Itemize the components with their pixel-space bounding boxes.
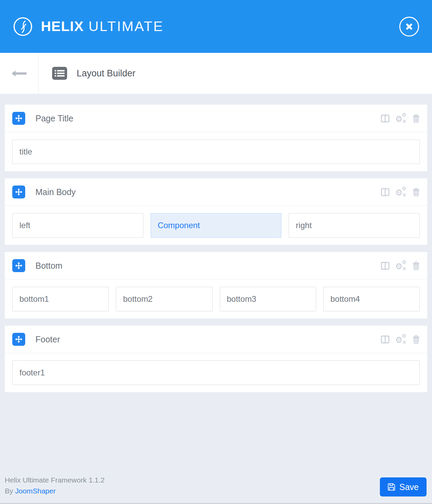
brand-title: HELIX ULTIMATE bbox=[41, 18, 164, 34]
section-actions: ⚙⚙⚙ bbox=[381, 261, 420, 271]
joomshaper-link[interactable]: JoomShaper bbox=[15, 487, 56, 495]
brand-bold: HELIX bbox=[41, 18, 84, 34]
column-box-right[interactable]: right bbox=[289, 213, 420, 238]
cogs-icon: ⚙⚙⚙ bbox=[395, 187, 407, 197]
close-icon bbox=[404, 22, 414, 31]
columns-icon bbox=[381, 188, 389, 196]
column-box-left[interactable]: left bbox=[12, 213, 143, 238]
floppy-disk-icon bbox=[388, 483, 395, 491]
close-button[interactable] bbox=[399, 17, 419, 36]
delete-button[interactable] bbox=[413, 262, 420, 270]
settings-button[interactable]: ⚙⚙⚙ bbox=[395, 261, 407, 271]
settings-button[interactable]: ⚙⚙⚙ bbox=[395, 187, 407, 197]
column-box-component[interactable]: Component bbox=[151, 213, 282, 238]
move-icon bbox=[15, 336, 22, 343]
brand-light: ULTIMATE bbox=[89, 18, 164, 34]
columns-icon bbox=[381, 115, 389, 122]
save-button[interactable]: Save bbox=[380, 477, 427, 496]
list-panel-icon bbox=[52, 67, 67, 80]
framework-version: Helix Ultimate Framework 1.1.2 bbox=[5, 475, 105, 486]
by-prefix: By bbox=[5, 487, 13, 495]
section-row: left Component right bbox=[5, 206, 427, 245]
delete-button[interactable] bbox=[413, 114, 420, 123]
column-box-footer1[interactable]: footer1 bbox=[12, 360, 420, 385]
columns-button[interactable] bbox=[381, 262, 389, 270]
section-row: title bbox=[5, 132, 427, 171]
trash-icon bbox=[413, 262, 420, 270]
delete-button[interactable] bbox=[413, 188, 420, 196]
columns-button[interactable] bbox=[381, 336, 389, 343]
section-header: Main Body ⚙⚙⚙ bbox=[5, 178, 427, 206]
column-box-bottom2[interactable]: bottom2 bbox=[116, 287, 212, 311]
section-actions: ⚙⚙⚙ bbox=[381, 187, 420, 197]
section-title: Main Body bbox=[35, 187, 76, 197]
column-box-bottom4[interactable]: bottom4 bbox=[323, 287, 420, 311]
trash-icon bbox=[413, 335, 420, 344]
trash-icon bbox=[413, 114, 420, 123]
columns-button[interactable] bbox=[381, 188, 389, 196]
move-icon bbox=[15, 188, 22, 196]
section-actions: ⚙⚙⚙ bbox=[381, 113, 420, 123]
section-actions: ⚙⚙⚙ bbox=[381, 334, 420, 344]
delete-button[interactable] bbox=[413, 335, 420, 344]
trash-icon bbox=[413, 188, 420, 196]
page-title: Layout Builder bbox=[38, 53, 136, 94]
section-header: Footer ⚙⚙⚙ bbox=[5, 326, 427, 353]
helix-logo bbox=[13, 17, 33, 36]
columns-icon bbox=[381, 262, 389, 270]
drag-handle[interactable] bbox=[12, 112, 25, 125]
save-label: Save bbox=[399, 482, 419, 492]
drag-handle[interactable] bbox=[12, 333, 25, 346]
section-card-main-body: Main Body ⚙⚙⚙ left Compon bbox=[5, 178, 427, 245]
brand: HELIX ULTIMATE bbox=[13, 17, 164, 36]
move-icon bbox=[15, 115, 22, 122]
settings-button[interactable]: ⚙⚙⚙ bbox=[395, 334, 407, 344]
toolbar: Layout Builder bbox=[0, 53, 432, 94]
column-box-title[interactable]: title bbox=[12, 139, 420, 164]
cogs-icon: ⚙⚙⚙ bbox=[395, 113, 407, 123]
settings-button[interactable]: ⚙⚙⚙ bbox=[395, 113, 407, 123]
section-card-footer: Footer ⚙⚙⚙ footer1 bbox=[5, 326, 427, 392]
cogs-icon: ⚙⚙⚙ bbox=[395, 261, 407, 271]
back-button[interactable] bbox=[0, 53, 38, 94]
section-header: Page Title ⚙⚙⚙ bbox=[5, 105, 427, 132]
section-title: Bottom bbox=[35, 261, 62, 271]
section-row: bottom1 bottom2 bottom3 bottom4 bbox=[5, 280, 427, 318]
bottom-bar: Helix Ultimate Framework 1.1.2 By JoomSh… bbox=[0, 475, 432, 503]
columns-icon bbox=[381, 336, 389, 343]
credits-line: By JoomShaper bbox=[5, 486, 105, 496]
back-arrow-icon bbox=[11, 70, 27, 77]
section-title: Page Title bbox=[35, 114, 73, 123]
app-header: HELIX ULTIMATE bbox=[0, 0, 432, 53]
page-title-text: Layout Builder bbox=[77, 68, 136, 79]
cogs-icon: ⚙⚙⚙ bbox=[395, 334, 407, 344]
section-card-page-title: Page Title ⚙⚙⚙ title bbox=[5, 105, 427, 171]
section-row: footer1 bbox=[5, 353, 427, 392]
section-header: Bottom ⚙⚙⚙ bbox=[5, 252, 427, 279]
drag-handle[interactable] bbox=[12, 186, 25, 198]
framework-credits: Helix Ultimate Framework 1.1.2 By JoomSh… bbox=[5, 475, 105, 496]
section-card-bottom: Bottom ⚙⚙⚙ bottom1 bottom bbox=[5, 252, 427, 318]
layout-builder: Page Title ⚙⚙⚙ title bbox=[0, 94, 432, 392]
column-box-bottom1[interactable]: bottom1 bbox=[12, 287, 109, 311]
move-icon bbox=[15, 262, 22, 269]
section-title: Footer bbox=[35, 335, 60, 344]
columns-button[interactable] bbox=[381, 115, 389, 122]
drag-handle[interactable] bbox=[12, 259, 25, 272]
column-box-bottom3[interactable]: bottom3 bbox=[220, 287, 316, 311]
